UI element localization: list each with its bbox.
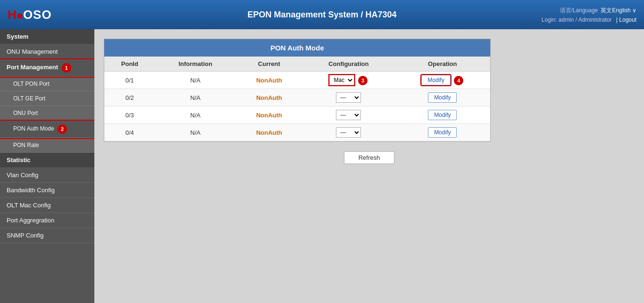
sidebar-item-bandwidth-config[interactable]: Bandwidth Config bbox=[0, 183, 94, 198]
pon-auth-mode-table-container: PON Auth Mode PonId Information Current … bbox=[104, 39, 491, 142]
modify-button-row2[interactable]: Modify bbox=[428, 92, 457, 103]
info-cell: N/A bbox=[155, 124, 236, 141]
current-cell: NonAuth bbox=[236, 106, 302, 124]
header-title: EPON Management System / HA7304 bbox=[247, 10, 396, 20]
config-select-row1[interactable]: Mac --- bbox=[329, 75, 354, 85]
login-bar: Login: admin / Administrator | Logout bbox=[542, 16, 636, 23]
config-select-row3[interactable]: --- Mac bbox=[336, 110, 361, 120]
sidebar-item-statistic[interactable]: Statistic bbox=[0, 153, 94, 168]
pon-auth-mode-table: PonId Information Current Configuration … bbox=[104, 57, 490, 141]
pon-id-cell: 0/4 bbox=[104, 124, 155, 141]
col-operation: Operation bbox=[395, 57, 490, 72]
operation-cell: Modify bbox=[395, 124, 490, 141]
lang-bar: 语言/Language 英文English ∨ bbox=[560, 7, 636, 15]
sidebar-item-olt-ge-port[interactable]: OLT GE Port bbox=[0, 91, 94, 106]
annotation-2: 2 bbox=[58, 124, 67, 134]
current-cell: NonAuth bbox=[236, 89, 302, 106]
config-cell: --- Mac bbox=[302, 106, 395, 124]
header: H■OSO EPON Management System / HA7304 语言… bbox=[0, 0, 644, 29]
info-cell: N/A bbox=[155, 72, 236, 89]
pon-id-cell: 0/3 bbox=[104, 106, 155, 124]
config-cell: --- Mac bbox=[302, 124, 395, 141]
table-row: 0/1 N/A NonAuth Mac --- 3 Modify bbox=[104, 72, 490, 89]
refresh-container: Refresh bbox=[104, 151, 635, 164]
sidebar-item-olt-mac-config[interactable]: OLT Mac Config bbox=[0, 198, 94, 213]
sidebar-item-onu-port[interactable]: ONU Port bbox=[0, 106, 94, 121]
header-right: 语言/Language 英文English ∨ Login: admin / A… bbox=[542, 7, 636, 23]
modify-button-row4[interactable]: Modify bbox=[428, 127, 457, 138]
operation-cell: Modify bbox=[395, 89, 490, 106]
config-select-row4[interactable]: --- Mac bbox=[336, 127, 361, 138]
modify-button-row1[interactable]: Modify bbox=[421, 75, 450, 85]
login-text: Login: admin / Administrator bbox=[542, 16, 612, 23]
modify-button-row3[interactable]: Modify bbox=[428, 110, 457, 120]
table-row: 0/4 N/A NonAuth --- Mac Modify bbox=[104, 124, 490, 141]
lang-label: 语言/Language bbox=[560, 7, 598, 15]
sidebar-item-port-aggregration[interactable]: Port Aggregration bbox=[0, 213, 94, 228]
annotation-1: 1 bbox=[62, 63, 71, 73]
main-content: PON Auth Mode PonId Information Current … bbox=[94, 29, 644, 303]
current-cell: NonAuth bbox=[236, 124, 302, 141]
config-cell: --- Mac bbox=[302, 89, 395, 106]
sidebar-item-snmp-config[interactable]: SNMP Config bbox=[0, 228, 94, 243]
current-cell: NonAuth bbox=[236, 72, 302, 89]
sidebar-item-system[interactable]: System bbox=[0, 29, 94, 44]
col-current: Current bbox=[236, 57, 302, 72]
operation-cell: Modify 4 bbox=[395, 72, 490, 89]
sidebar-item-olt-pon-port[interactable]: OLT PON Port bbox=[0, 77, 94, 91]
sidebar-item-pon-auth-mode[interactable]: PON Auth Mode 2 bbox=[0, 121, 94, 138]
sidebar: System ONU Management Port Management 1 … bbox=[0, 29, 94, 303]
sidebar-item-vlan-config[interactable]: Vlan Config bbox=[0, 168, 94, 183]
lang-selector[interactable]: 英文English ∨ bbox=[601, 7, 636, 15]
table-row: 0/2 N/A NonAuth --- Mac Modify bbox=[104, 89, 490, 106]
sidebar-item-port-management[interactable]: Port Management 1 bbox=[0, 59, 94, 77]
info-cell: N/A bbox=[155, 89, 236, 106]
col-information: Information bbox=[155, 57, 236, 72]
logo: H■OSO bbox=[8, 8, 52, 22]
table-title: PON Auth Mode bbox=[104, 39, 490, 57]
info-cell: N/A bbox=[155, 106, 236, 124]
col-pon-id: PonId bbox=[104, 57, 155, 72]
config-cell: Mac --- 3 bbox=[302, 72, 395, 89]
table-body: 0/1 N/A NonAuth Mac --- 3 Modify bbox=[104, 72, 490, 141]
col-configuration: Configuration bbox=[302, 57, 395, 72]
annotation-3: 3 bbox=[358, 76, 368, 85]
table-row: 0/3 N/A NonAuth --- Mac Modify bbox=[104, 106, 490, 124]
sidebar-item-onu-management[interactable]: ONU Management bbox=[0, 44, 94, 59]
logout-link[interactable]: | Logout bbox=[616, 16, 636, 23]
operation-cell: Modify bbox=[395, 106, 490, 124]
refresh-button[interactable]: Refresh bbox=[344, 151, 395, 164]
sidebar-item-pon-rate[interactable]: PON Rate bbox=[0, 138, 94, 153]
config-select-row2[interactable]: --- Mac bbox=[336, 92, 361, 103]
annotation-4: 4 bbox=[454, 76, 463, 85]
table-header-row: PonId Information Current Configuration … bbox=[104, 57, 490, 72]
pon-id-cell: 0/2 bbox=[104, 89, 155, 106]
pon-id-cell: 0/1 bbox=[104, 72, 155, 89]
layout: System ONU Management Port Management 1 … bbox=[0, 29, 644, 303]
